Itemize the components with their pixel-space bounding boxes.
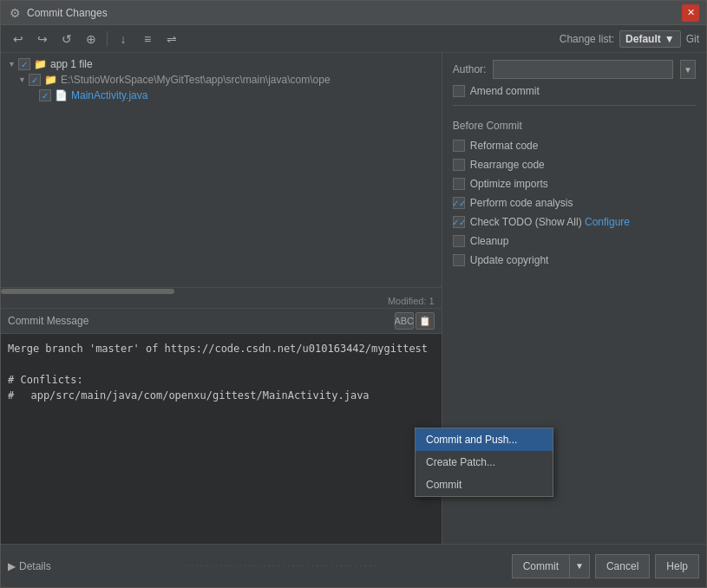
check-todo-label: Check TODO (Show All) Configure [470,216,630,228]
file-tree[interactable]: ▼ ✓ 📁 app 1 file ▼ ✓ 📁 E:\StutioWorkSpac… [1,53,442,287]
folder-icon-app: 📁 [34,58,47,70]
toolbar-btn-1[interactable]: ↩ [8,29,29,49]
code-analysis-checkbox[interactable]: ✓ [453,197,465,209]
tree-label-app: app 1 file [50,58,93,70]
toolbar-btn-5[interactable]: ↓ [113,29,134,49]
toolbar: ↩ ↪ ↺ ⊕ ↓ ≡ ⇌ Change list: Default ▼ Git [1,25,706,53]
author-label: Author: [453,63,487,75]
author-input[interactable] [493,60,673,79]
author-dropdown-btn[interactable]: ▼ [680,60,696,79]
tree-item-path[interactable]: ▼ ✓ 📁 E:\StutioWorkSpace\MyGitTest\app\s… [1,72,442,88]
commit-message-section: Commit Message ABC 📋 Merge branch 'maste… [1,308,442,544]
details-toggle[interactable]: ▶ Details [8,560,51,572]
tree-label-path: E:\StutioWorkSpace\MyGitTest\app\src\mai… [61,74,331,86]
file-tree-scrollbar[interactable] [1,287,442,294]
spell-check-button[interactable]: ABC [395,312,414,330]
folder-icon-path: 📁 [44,74,57,86]
tree-item-app[interactable]: ▼ ✓ 📁 app 1 file [1,56,442,72]
action-buttons: Commit ▼ Cancel Help [512,554,699,578]
title-bar: ⚙ Commit Changes ✕ [1,1,706,25]
commit-main-button[interactable]: Commit [512,554,569,578]
commit-split-button: Commit ▼ [512,554,590,578]
option-row-check-todo: ✓ Check TODO (Show All) Configure [453,215,696,229]
bottom-panel: ▶ Details · · · · · · · · · · · · · · · … [1,544,706,587]
commit-message-textarea[interactable]: Merge branch 'master' of https://code.cs… [1,334,442,544]
option-row-code-analysis: ✓ Perform code analysis [453,196,696,210]
bottom-panel-dots: · · · · · · · · · · · · · · · · · · · · … [186,561,376,571]
toolbar-btn-2[interactable]: ↪ [32,29,53,49]
tree-check-mainactivity[interactable]: ✓ [39,89,51,101]
file-icon-mainactivity: 📄 [55,89,68,101]
tree-check-app[interactable]: ✓ [18,58,30,70]
option-row-rearrange: Rearrange code [453,158,696,172]
cancel-button[interactable]: Cancel [595,554,650,578]
main-content: ▼ ✓ 📁 app 1 file ▼ ✓ 📁 E:\StutioWorkSpac… [1,53,706,544]
toolbar-separator [107,31,108,47]
commit-dropdown-menu: Commit and Push... Create Patch... Commi… [415,428,553,497]
configure-link[interactable]: Configure [585,216,630,228]
commit-message-label: Commit Message [8,315,395,327]
commit-message-header: Commit Message ABC 📋 [1,309,442,334]
changelist-dropdown[interactable]: Default ▼ [619,30,681,48]
tree-arrow-app: ▼ [8,60,18,69]
tree-label-mainactivity: MainActivity.java [71,89,147,101]
close-button[interactable]: ✕ [682,4,699,22]
rearrange-code-checkbox[interactable] [453,159,465,171]
reformat-code-checkbox[interactable] [453,140,465,152]
code-analysis-label: Perform code analysis [470,197,573,209]
rearrange-code-label: Rearrange code [470,159,545,171]
tree-item-mainactivity[interactable]: ✓ 📄 MainActivity.java [1,88,442,103]
author-row: Author: ▼ [453,60,696,79]
help-button[interactable]: Help [655,554,699,578]
cleanup-label: Cleanup [470,235,509,247]
option-row-reformat: Reformat code [453,139,696,153]
update-copyright-label: Update copyright [470,254,549,266]
section-divider-before-commit [453,105,696,106]
paste-button[interactable]: 📋 [416,312,435,330]
tree-check-path[interactable]: ✓ [29,74,41,86]
update-copyright-checkbox[interactable] [453,254,465,266]
option-row-optimize: Optimize imports [453,177,696,191]
changelist-label: Change list: [560,33,614,45]
tree-arrow-path: ▼ [18,75,29,84]
app-icon: ⚙ [8,6,22,20]
commit-item[interactable]: Commit [416,474,553,496]
toolbar-btn-6[interactable]: ≡ [137,29,158,49]
commit-arrow-button[interactable]: ▼ [569,554,590,578]
amend-commit-row: Amend commit [453,84,696,98]
option-row-update-copyright: Update copyright [453,253,696,267]
optimize-imports-label: Optimize imports [470,178,548,190]
optimize-imports-checkbox[interactable] [453,178,465,190]
git-label: Git [686,33,699,45]
toolbar-btn-4[interactable]: ⊕ [81,29,101,49]
commit-message-toolbar: ABC 📋 [395,312,435,330]
option-row-cleanup: Cleanup [453,234,696,248]
create-patch-item[interactable]: Create Patch... [416,451,553,474]
toolbar-btn-7[interactable]: ⇌ [161,29,182,49]
main-window: ⚙ Commit Changes ✕ ↩ ↪ ↺ ⊕ ↓ ≡ ⇌ Change … [0,0,707,588]
reformat-code-label: Reformat code [470,140,539,152]
changelist-section: Change list: Default ▼ Git [560,30,699,48]
toolbar-btn-3[interactable]: ↺ [56,29,77,49]
check-todo-checkbox[interactable]: ✓ [453,216,465,228]
commit-and-push-item[interactable]: Commit and Push... [416,428,553,451]
cleanup-checkbox[interactable] [453,235,465,247]
modified-count: Modified: 1 [1,294,442,308]
changelist-value: Default [625,33,661,45]
details-arrow-icon: ▶ [8,560,16,572]
window-title: Commit Changes [27,7,682,19]
left-panel: ▼ ✓ 📁 app 1 file ▼ ✓ 📁 E:\StutioWorkSpac… [1,53,442,544]
amend-commit-checkbox[interactable] [453,85,465,97]
before-commit-header: Before Commit [453,120,696,132]
changelist-arrow-icon: ▼ [664,33,675,45]
amend-commit-label[interactable]: Amend commit [470,85,540,97]
details-label: Details [19,560,51,572]
